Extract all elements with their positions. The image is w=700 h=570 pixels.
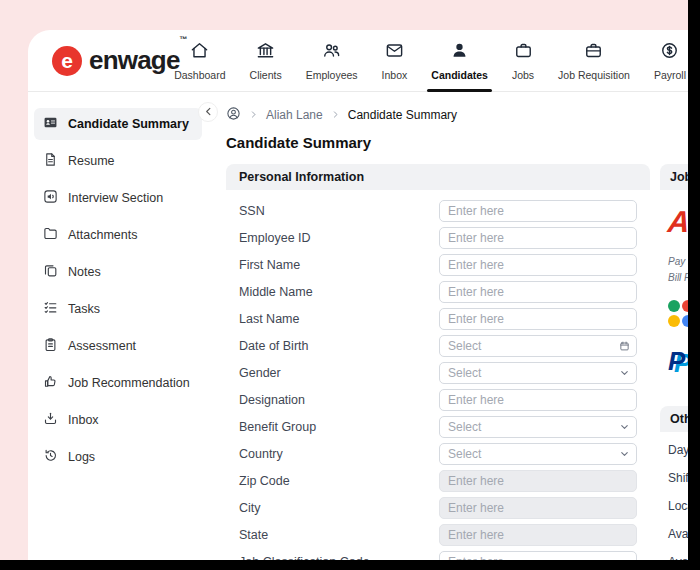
- field-label: Job Classification Code: [239, 555, 439, 560]
- bank-icon: [256, 41, 275, 64]
- breadcrumb-current: Candidate Summary: [348, 108, 457, 122]
- download-tray-icon: [43, 411, 58, 429]
- checklist-icon: [43, 300, 58, 318]
- field-label: First Name: [239, 258, 439, 272]
- people-icon: [322, 41, 341, 64]
- mail-icon: [385, 41, 404, 64]
- company-logo-flower-icon: [668, 300, 688, 328]
- document-icon: [43, 152, 58, 170]
- nav-item-dashboard[interactable]: Dashboard: [162, 31, 237, 92]
- pay-rate-label: Pay R: [668, 254, 688, 270]
- field-row-designation: Designation: [239, 389, 637, 411]
- other-field-label: Locati: [668, 500, 688, 512]
- jobs-panel: Jobs A Pay R Bill R PP: [660, 164, 688, 386]
- jobs-panel-title: Jobs: [660, 164, 688, 190]
- nav-item-candidates[interactable]: Candidates: [419, 31, 500, 92]
- chevron-left-icon: [203, 103, 214, 121]
- field-label: Benefit Group: [239, 420, 439, 434]
- breadcrumb: Aliah Lane Candidate Summary: [226, 106, 688, 124]
- ssn-input[interactable]: [439, 200, 637, 222]
- field-row-last-name: Last Name: [239, 308, 637, 330]
- speaker-icon: [43, 189, 58, 207]
- sidebar-item-attachments[interactable]: Attachments: [34, 219, 202, 251]
- sidebar-item-job-recommendation[interactable]: Job Recommendation: [34, 367, 202, 399]
- personal-information-card: Personal Information SSN Employee ID Fir…: [226, 164, 650, 560]
- field-row-city: City: [239, 497, 637, 519]
- field-label: Date of Birth: [239, 339, 439, 353]
- page-title: Candidate Summary: [226, 133, 688, 152]
- field-label: Employee ID: [239, 231, 439, 245]
- history-icon: [43, 448, 58, 466]
- sidebar-collapse-button[interactable]: [198, 102, 218, 122]
- personal-information-header: Personal Information: [226, 164, 650, 190]
- chevron-right-icon: [331, 108, 340, 122]
- nav-item-payroll[interactable]: Payroll: [642, 31, 688, 92]
- top-nav: Dashboard Clients Employees Inbox Candid…: [162, 31, 688, 92]
- copy-icon: [43, 263, 58, 281]
- briefcase-icon: [514, 41, 533, 64]
- other-field-label: Availa: [668, 528, 688, 540]
- sidebar-item-inbox[interactable]: Inbox: [34, 404, 202, 436]
- nav-item-clients[interactable]: Clients: [238, 31, 294, 92]
- other-panel-title: Other: [660, 406, 688, 432]
- dollar-circle-icon: [660, 41, 679, 64]
- field-label: Country: [239, 447, 439, 461]
- field-row-gender: Gender: [239, 362, 637, 384]
- sidebar-item-notes[interactable]: Notes: [34, 256, 202, 288]
- field-row-middle-name: Middle Name: [239, 281, 637, 303]
- sidebar-item-resume[interactable]: Resume: [34, 145, 202, 177]
- enwage-logo-icon: e: [52, 46, 82, 76]
- sidebar-item-tasks[interactable]: Tasks: [34, 293, 202, 325]
- field-row-first-name: First Name: [239, 254, 637, 276]
- sidebar-item-logs[interactable]: Logs: [34, 441, 202, 473]
- breadcrumb-user[interactable]: Aliah Lane: [266, 108, 323, 122]
- nav-item-inbox[interactable]: Inbox: [370, 31, 420, 92]
- thumbs-up-icon: [43, 374, 58, 392]
- app-window: e enwage™ Dashboard Clients Employees In…: [28, 30, 688, 560]
- field-label: Last Name: [239, 312, 439, 326]
- field-label: City: [239, 501, 439, 515]
- zip-code-input: [439, 470, 637, 492]
- benefit-group-select[interactable]: [439, 416, 637, 438]
- middle-name-input[interactable]: [439, 281, 637, 303]
- field-label: Designation: [239, 393, 439, 407]
- other-panel: Other Days Shift P Locati Availa Availa: [660, 406, 688, 560]
- field-row-job-classification-code: Job Classification Code: [239, 551, 637, 560]
- country-select[interactable]: [439, 443, 637, 465]
- last-name-input[interactable]: [439, 308, 637, 330]
- sidebar-item-interview-section[interactable]: Interview Section: [34, 182, 202, 214]
- left-sidebar: Candidate Summary Resume Interview Secti…: [28, 92, 208, 560]
- nav-item-jobs[interactable]: Jobs: [500, 31, 546, 92]
- other-field-label: Days: [668, 444, 688, 456]
- sidebar-item-assessment[interactable]: Assessment: [34, 330, 202, 362]
- field-row-state: State: [239, 524, 637, 546]
- state-input: [439, 524, 637, 546]
- briefcase-lined-icon: [584, 41, 603, 64]
- other-field-label: Availa: [668, 556, 688, 560]
- right-panel: Jobs A Pay R Bill R PP Other Days Shift …: [660, 164, 688, 560]
- person-icon: [450, 41, 469, 64]
- date-of-birth-input[interactable]: [439, 335, 637, 357]
- home-icon: [190, 41, 209, 64]
- field-row-zip-code: Zip Code: [239, 470, 637, 492]
- field-label: Zip Code: [239, 474, 439, 488]
- employee-id-input[interactable]: [439, 227, 637, 249]
- job-classification-code-input[interactable]: [439, 551, 637, 560]
- nav-item-employees[interactable]: Employees: [294, 31, 370, 92]
- nav-item-job-requisition[interactable]: Job Requisition: [546, 31, 642, 92]
- first-name-input[interactable]: [439, 254, 637, 276]
- paypal-logo-icon: PP: [668, 346, 688, 376]
- field-row-date-of-birth: Date of Birth: [239, 335, 637, 357]
- user-circle-icon: [226, 106, 241, 124]
- id-card-icon: [43, 115, 58, 133]
- field-row-ssn: SSN: [239, 200, 637, 222]
- designation-input[interactable]: [439, 389, 637, 411]
- folder-icon: [43, 226, 58, 244]
- field-row-country: Country: [239, 443, 637, 465]
- bill-rate-label: Bill R: [668, 270, 688, 286]
- city-input: [439, 497, 637, 519]
- clipboard-icon: [43, 337, 58, 355]
- main-content: Aliah Lane Candidate Summary Candidate S…: [208, 92, 688, 560]
- gender-select[interactable]: [439, 362, 637, 384]
- sidebar-item-candidate-summary[interactable]: Candidate Summary: [34, 108, 202, 140]
